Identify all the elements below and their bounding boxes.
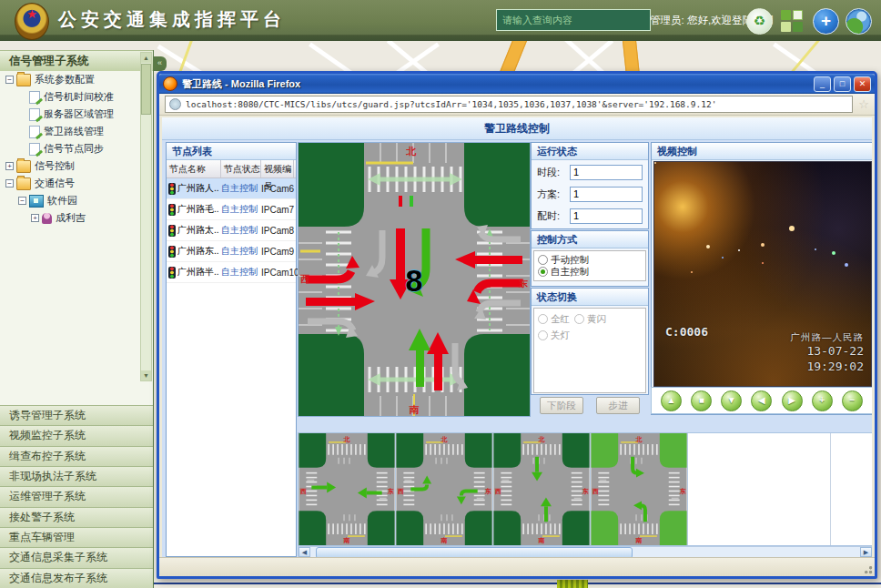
video-feed[interactable]: C:0006 广州路—人民路 13-07-22 19:29:02 (653, 161, 872, 387)
tree-item[interactable]: −系统参数配置 (0, 71, 153, 88)
tree-item[interactable]: +成利吉 (0, 209, 153, 227)
button-下阶段[interactable]: 下阶段 (540, 397, 583, 414)
maximize-button[interactable]: □ (834, 76, 851, 92)
phase-thumbnail-4[interactable]: 北西东南 (591, 433, 688, 545)
expand-icon[interactable]: + (5, 162, 14, 170)
node-status[interactable]: 自主控制 (221, 203, 261, 216)
node-list-title: 节点列表 (167, 143, 296, 160)
node-row[interactable]: 广州路半..自主控制IPCam10 (167, 262, 296, 283)
column-header[interactable]: 节点名称 (167, 160, 221, 177)
label-south: 南 (440, 537, 448, 544)
field-input[interactable] (570, 165, 643, 180)
label-east: 东 (484, 487, 491, 495)
node-video-id: IPCam9 (261, 247, 294, 257)
collapse-icon[interactable]: − (5, 179, 14, 188)
bookmark-star-icon[interactable]: ☆ (858, 97, 869, 111)
globe-icon[interactable] (846, 8, 872, 35)
field-input[interactable] (570, 187, 643, 202)
camera-date-overlay: 13-07-22 (791, 344, 865, 360)
radio-手动控制[interactable]: 手动控制 (538, 254, 642, 266)
collapse-icon[interactable]: − (18, 197, 26, 205)
collapse-icon[interactable]: − (5, 76, 14, 84)
sidebar-item-重点车辆管理[interactable]: 重点车辆管理 (0, 527, 153, 547)
node-status[interactable]: 自主控制 (221, 266, 261, 279)
node-row[interactable]: 广州路毛..自主控制IPCam7 (167, 199, 296, 220)
tree-item[interactable]: −交通信号 (0, 175, 153, 192)
video-control-panel: 视频控制 C:0006 广州路—人民路 13-07-22 19:29:02 (651, 142, 872, 415)
label-north: 北 (635, 436, 643, 443)
sidebar-collapse-tab[interactable]: « (153, 56, 167, 71)
sidebar-item-运维管理子系统[interactable]: 运维管理子系统 (0, 486, 153, 506)
search-input[interactable] (496, 9, 651, 31)
expand-icon[interactable]: + (31, 214, 39, 222)
radio-label: 自主控制 (551, 266, 589, 279)
scroll-left-icon[interactable]: ◀ (299, 547, 310, 557)
sidebar-section-signal-management[interactable]: 信号管理子系统 (0, 50, 153, 72)
ptz-left-icon[interactable]: ◀ (751, 390, 772, 411)
tree-scrollbar[interactable]: ▲ ▼ (140, 52, 152, 381)
tree-item-label: 成利吉 (56, 211, 86, 225)
ptz-zoom-in-icon[interactable]: + (812, 390, 833, 411)
add-icon[interactable]: + (813, 8, 839, 35)
radio-全红[interactable]: 全红 (538, 313, 570, 325)
minimize-button[interactable]: _ (814, 76, 831, 92)
node-status[interactable]: 自主控制 (221, 182, 261, 195)
ptz-stop-icon[interactable]: ■ (691, 390, 712, 411)
node-row[interactable]: 广州路东..自主控制IPCam9 (167, 241, 296, 262)
phase-thumbnail-1[interactable]: 北西东南 (299, 433, 396, 545)
sidebar-item-交通信息采集子系统[interactable]: 交通信息采集子系统 (0, 547, 153, 567)
scroll-up-icon[interactable]: ▲ (141, 53, 151, 63)
node-status[interactable]: 自主控制 (221, 245, 261, 258)
label-south: 南 (409, 404, 420, 415)
scrollbar-thumb[interactable] (141, 64, 151, 115)
radio-关灯[interactable]: 关灯 (538, 329, 570, 341)
radio-button-icon[interactable] (538, 330, 548, 340)
radio-黄闪[interactable]: 黄闪 (574, 313, 606, 325)
scroll-down-icon[interactable]: ▼ (141, 370, 151, 380)
tree-item[interactable]: +信号控制 (0, 157, 153, 175)
radio-自主控制[interactable]: 自主控制 (538, 266, 642, 278)
field-input[interactable] (570, 208, 643, 224)
traffic-light-icon (168, 267, 176, 279)
phase-thumbnail-2[interactable]: 北西东南 (396, 433, 493, 545)
window-titlebar[interactable]: 警卫路线 - Mozilla Firefox _ □ ✕ (159, 74, 875, 94)
column-header[interactable]: 视频编号 (261, 160, 294, 177)
radio-button-icon[interactable] (538, 267, 548, 277)
tree-item[interactable]: 信号节点同步 (0, 140, 153, 157)
tree-item[interactable]: −软件园 (0, 192, 153, 209)
node-row[interactable]: 广州路人..自主控制IPCam6 (167, 178, 296, 199)
sidebar-item-缉查布控子系统[interactable]: 缉查布控子系统 (0, 446, 153, 466)
ptz-up-icon[interactable]: ▲ (661, 390, 682, 411)
radio-button-icon[interactable] (538, 255, 548, 265)
node-video-id: IPCam7 (261, 205, 294, 215)
ptz-right-icon[interactable]: ▶ (782, 390, 803, 411)
ptz-down-icon[interactable]: ▼ (721, 390, 742, 411)
radio-button-icon[interactable] (538, 314, 548, 324)
sidebar-item-交通信息发布子系统[interactable]: 交通信息发布子系统 (0, 568, 153, 588)
label-north: 北 (440, 436, 449, 443)
url-field[interactable]: localhost:8080/CTC-MICS/libs/utcs/guard.… (165, 96, 853, 113)
sidebar-item-接处警子系统[interactable]: 接处警子系统 (0, 507, 153, 527)
field-label: 时段: (537, 166, 570, 179)
tree-item[interactable]: 信号机时间校准 (0, 88, 153, 106)
resize-grip[interactable] (862, 563, 873, 574)
scroll-right-icon[interactable]: ▶ (860, 547, 872, 557)
sidebar-item-视频监控子系统[interactable]: 视频监控子系统 (0, 425, 153, 445)
label-west: 西 (494, 488, 501, 495)
tree-item[interactable]: 警卫路线管理 (0, 123, 153, 140)
ptz-controls: ▲■▼◀▶+− (651, 387, 872, 414)
sidebar-item-非现场执法子系统[interactable]: 非现场执法子系统 (0, 466, 153, 486)
phase-thumbnail-3[interactable]: 北西东南 (493, 433, 591, 545)
ptz-zoom-out-icon[interactable]: − (842, 390, 863, 411)
firefox-icon (163, 76, 177, 91)
close-button[interactable]: ✕ (854, 76, 871, 92)
node-row[interactable]: 广州路太..自主控制IPCam8 (167, 220, 296, 241)
sidebar-item-诱导管理子系统[interactable]: 诱导管理子系统 (0, 405, 153, 425)
refresh-icon[interactable]: ♻ (746, 8, 773, 35)
tree-item[interactable]: 服务器区域管理 (0, 106, 153, 123)
button-步进[interactable]: 步进 (596, 397, 640, 414)
column-header[interactable]: 节点状态 (221, 160, 261, 177)
radio-button-icon[interactable] (574, 314, 584, 324)
apps-grid-icon[interactable] (781, 10, 803, 32)
node-status[interactable]: 自主控制 (221, 224, 261, 237)
